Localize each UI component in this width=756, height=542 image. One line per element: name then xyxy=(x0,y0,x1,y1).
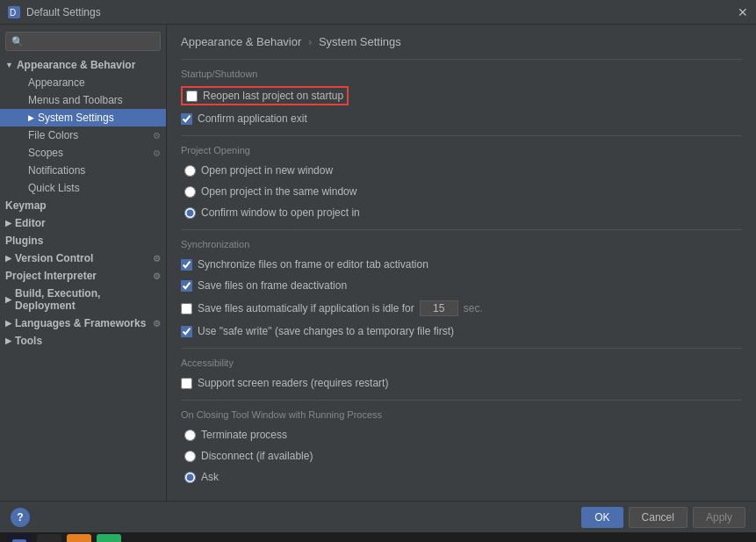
sidebar-item-tools[interactable]: Tools xyxy=(0,332,166,350)
safe-write-label[interactable]: Use "safe write" (save changes to a temp… xyxy=(198,325,454,337)
confirm-app-exit-label[interactable]: Confirm application exit xyxy=(198,112,307,125)
search-box[interactable]: 🔍 xyxy=(5,32,161,51)
gear-icon: ⚙ xyxy=(153,271,161,281)
sidebar-item-project-interpreter[interactable]: Project Interpreter ⚙ xyxy=(0,267,166,285)
screen-readers-row: Support screen readers (requires restart… xyxy=(181,375,742,391)
open-new-window-radio[interactable] xyxy=(184,165,196,177)
terminate-process-row: Terminate process xyxy=(181,427,742,443)
save-files-deactivation-label[interactable]: Save files on frame deactivation xyxy=(198,279,347,292)
search-icon: 🔍 xyxy=(11,36,24,47)
sidebar-item-plugins[interactable]: Plugins xyxy=(0,232,166,249)
terminate-process-radio[interactable] xyxy=(184,430,196,441)
confirm-window-row: Confirm window to open project in xyxy=(181,205,742,220)
open-new-window-row: Open project in new window xyxy=(181,163,742,178)
expand-icon xyxy=(5,336,11,345)
confirm-window-label[interactable]: Confirm window to open project in xyxy=(201,206,360,219)
taskbar-icon[interactable] xyxy=(7,534,32,542)
sidebar-item-menus-toolbars[interactable]: Menus and Toolbars xyxy=(0,91,166,109)
app-icon: D xyxy=(7,5,21,19)
title-bar: D Default Settings ✕ xyxy=(0,0,756,25)
save-files-idle-row: Save files automatically if application … xyxy=(181,299,742,318)
save-files-idle-label[interactable]: Save files automatically if application … xyxy=(198,302,414,314)
sidebar-item-notifications[interactable]: Notifications xyxy=(0,162,166,179)
taskbar-icon-2[interactable] xyxy=(37,534,61,542)
gear-icon: ⚙ xyxy=(153,131,161,141)
sidebar-item-editor[interactable]: Editor xyxy=(0,214,166,232)
save-files-idle-checkbox[interactable] xyxy=(181,303,192,314)
sidebar-item-keymap[interactable]: Keymap xyxy=(0,197,166,214)
open-same-window-row: Open project in the same window xyxy=(181,184,742,199)
sidebar-item-build-execution-deployment[interactable]: Build, Execution, Deployment xyxy=(0,285,166,314)
safe-write-checkbox[interactable] xyxy=(181,326,192,337)
expand-icon xyxy=(28,113,34,122)
save-files-deactivation-checkbox[interactable] xyxy=(181,280,192,292)
ask-row: Ask xyxy=(181,469,742,485)
screen-readers-checkbox[interactable] xyxy=(181,378,192,389)
expand-icon xyxy=(5,219,11,228)
content-area: Appearance & Behavior › System Settings … xyxy=(167,25,756,501)
sidebar-item-version-control[interactable]: Version Control ⚙ xyxy=(0,249,166,267)
confirm-window-radio[interactable] xyxy=(184,207,196,219)
taskbar-icon-4[interactable] xyxy=(97,534,121,542)
disconnect-radio[interactable] xyxy=(184,451,196,462)
window-title: Default Settings xyxy=(26,6,737,18)
reopen-last-project-label[interactable]: Reopen last project on startup xyxy=(203,90,343,102)
safe-write-row: Use "safe write" (save changes to a temp… xyxy=(181,323,742,339)
expand-icon xyxy=(5,254,11,263)
sync-files-label[interactable]: Synchronize files on frame or editor tab… xyxy=(198,258,428,271)
disconnect-label[interactable]: Disconnect (if available) xyxy=(201,450,313,462)
reopen-last-project-checkbox[interactable] xyxy=(186,90,198,102)
expand-icon xyxy=(5,61,13,69)
ask-label[interactable]: Ask xyxy=(201,471,219,483)
sidebar-item-appearance[interactable]: Appearance xyxy=(0,74,166,91)
taskbar-icon-3[interactable] xyxy=(67,534,91,542)
bottom-bar: ? OK Cancel Apply xyxy=(0,501,756,532)
on-closing-title: On Closing Tool Window with Running Proc… xyxy=(181,409,742,420)
sync-files-checkbox[interactable] xyxy=(181,259,192,271)
idle-timer-unit: sec. xyxy=(464,302,483,314)
help-button[interactable]: ? xyxy=(11,508,30,527)
sync-files-row: Synchronize files on frame or editor tab… xyxy=(181,257,742,272)
ask-radio[interactable] xyxy=(184,472,196,483)
confirm-app-exit-checkbox[interactable] xyxy=(181,113,192,125)
accessibility-title: Accessibility xyxy=(181,358,742,368)
taskbar: http://blog.csdn.net/nigelyq xyxy=(0,532,756,542)
gear-icon: ⚙ xyxy=(153,319,161,329)
sidebar-item-languages-frameworks[interactable]: Languages & Frameworks ⚙ xyxy=(0,314,166,332)
breadcrumb: Appearance & Behavior › System Settings xyxy=(181,35,742,48)
reopen-last-project-row: Reopen last project on startup xyxy=(181,86,349,105)
open-new-window-label[interactable]: Open project in new window xyxy=(201,164,333,177)
sidebar-item-scopes[interactable]: Scopes ⚙ xyxy=(0,144,166,162)
sidebar-item-file-colors[interactable]: File Colors ⚙ xyxy=(0,126,166,144)
sidebar: 🔍 Appearance & Behavior Appearance Menus… xyxy=(0,25,167,501)
sidebar-item-appearance-behavior[interactable]: Appearance & Behavior xyxy=(0,56,166,74)
open-same-window-label[interactable]: Open project in the same window xyxy=(201,185,356,198)
project-opening-title: Project Opening xyxy=(181,145,742,155)
synchronization-title: Synchronization xyxy=(181,239,742,249)
expand-icon xyxy=(5,319,11,328)
confirm-app-exit-row: Confirm application exit xyxy=(181,111,742,126)
cancel-button[interactable]: Cancel xyxy=(629,507,688,528)
save-files-deactivation-row: Save files on frame deactivation xyxy=(181,278,742,293)
window-controls: ✕ xyxy=(737,6,749,18)
gear-icon: ⚙ xyxy=(153,254,161,264)
apply-button[interactable]: Apply xyxy=(693,507,745,528)
screen-readers-label[interactable]: Support screen readers (requires restart… xyxy=(198,377,388,389)
gear-icon: ⚙ xyxy=(153,148,161,158)
search-input[interactable] xyxy=(27,35,155,47)
disconnect-row: Disconnect (if available) xyxy=(181,448,742,464)
sidebar-item-system-settings[interactable]: System Settings xyxy=(0,109,166,126)
close-button[interactable]: ✕ xyxy=(737,6,749,18)
open-same-window-radio[interactable] xyxy=(184,186,196,198)
ok-button[interactable]: OK xyxy=(581,507,623,528)
svg-text:D: D xyxy=(10,8,16,18)
idle-timer-input-group: sec. xyxy=(420,300,483,316)
startup-shutdown-title: Startup/Shutdown xyxy=(181,69,742,79)
expand-icon xyxy=(5,295,11,304)
sidebar-item-quick-lists[interactable]: Quick Lists xyxy=(0,179,166,197)
idle-timer-input[interactable] xyxy=(420,300,458,316)
terminate-process-label[interactable]: Terminate process xyxy=(201,429,287,441)
